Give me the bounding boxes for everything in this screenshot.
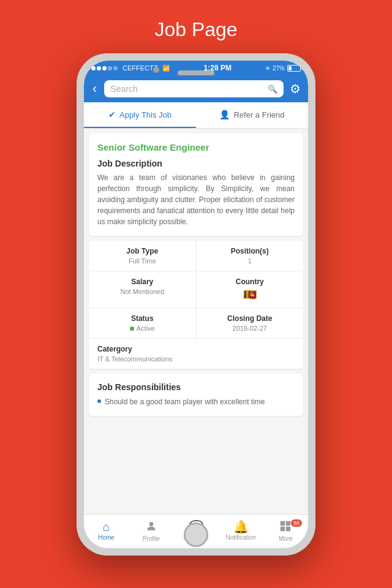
closing-date-label: Closing Date	[205, 314, 295, 323]
battery-body	[287, 65, 301, 72]
responsibilities-heading: Job Responsibilities	[97, 382, 295, 392]
country-flag: 🇱🇰	[243, 288, 257, 301]
status-text: Active	[137, 325, 155, 332]
status-label: Status	[97, 314, 187, 323]
svg-rect-2	[286, 521, 291, 526]
signal-dot-2	[97, 66, 101, 70]
bullet-dot	[97, 399, 101, 403]
nav-more[interactable]: More 88	[263, 518, 308, 543]
bluetooth-icon: ✳	[265, 65, 270, 72]
job-description-heading: Job Description	[97, 159, 295, 168]
positions-value: 1	[205, 257, 295, 265]
phone-home-button[interactable]	[184, 522, 208, 547]
content-area: Senior Software Engineer Job Description…	[84, 129, 308, 514]
notification-icon: 🔔	[233, 521, 249, 533]
settings-button[interactable]: ⚙	[288, 81, 302, 96]
signal-dot-1	[91, 66, 96, 70]
status-right: ✳ 27%	[265, 65, 301, 72]
positions-label: Position(s)	[205, 247, 295, 255]
category-value: IT & Telecommunications	[97, 355, 295, 363]
status-value: Active	[97, 325, 187, 332]
job-description-text: We are a team of visionaries who believe…	[97, 172, 295, 227]
phone-camera	[153, 67, 159, 73]
signal-dot-5	[113, 66, 118, 70]
tab-bar: ✔ Apply This Job 👤 Refer a Friend	[84, 102, 308, 129]
job-type-cell: Job Type Full Time	[89, 241, 197, 271]
salary-label: Salary	[97, 277, 187, 286]
details-row-3: Status Active Closing Date 2016-02-27	[89, 308, 303, 339]
apply-check-icon: ✔	[108, 110, 116, 119]
tab-refer-label: Refer a Friend	[233, 110, 284, 119]
carrier-name: CEFFECTZ	[123, 64, 157, 72]
svg-rect-1	[281, 521, 285, 526]
positions-cell: Position(s) 1	[197, 241, 304, 271]
more-icon	[279, 520, 292, 534]
nav-more-label: More	[279, 535, 293, 542]
country-cell: Country 🇱🇰	[197, 271, 304, 307]
phone-screen: CEFFECTZ 📶 1:28 PM ✳ 27% ‹ Search 🔍	[84, 61, 308, 548]
category-label: Catergory	[97, 345, 295, 353]
nav-home-label: Home	[98, 534, 115, 541]
back-button[interactable]: ‹	[90, 81, 99, 97]
search-input[interactable]: Search	[110, 84, 264, 94]
closing-date-value: 2016-02-27	[205, 325, 295, 332]
phone-frame: CEFFECTZ 📶 1:28 PM ✳ 27% ‹ Search 🔍	[77, 53, 315, 556]
more-badge: 88	[291, 519, 302, 527]
job-type-value: Full Time	[97, 257, 187, 265]
profile-icon	[145, 520, 157, 534]
signal-dot-4	[108, 66, 112, 70]
tab-apply-label: Apply This Job	[119, 110, 172, 119]
wifi-icon: 📶	[162, 65, 170, 72]
job-card: Senior Software Engineer Job Description…	[89, 134, 303, 236]
job-title: Senior Software Engineer	[97, 142, 295, 153]
signal-dot-3	[102, 66, 107, 70]
category-cell: Catergory IT & Telecommunications	[89, 339, 303, 369]
country-label: Country	[205, 277, 295, 286]
details-row-4: Catergory IT & Telecommunications	[89, 339, 303, 369]
svg-rect-3	[281, 526, 285, 531]
nav-notification[interactable]: 🔔 Notification	[219, 518, 263, 543]
salary-value: Not Mentioned	[97, 288, 187, 295]
job-type-label: Job Type	[97, 247, 187, 255]
home-icon: ⌂	[103, 521, 110, 533]
salary-cell: Salary Not Mentioned	[89, 271, 197, 307]
responsibility-item-1: Should be a good team player with excell…	[97, 397, 295, 407]
details-row-1: Job Type Full Time Position(s) 1	[89, 241, 303, 271]
battery-fill	[288, 66, 292, 70]
battery-icon	[287, 65, 301, 72]
search-icon: 🔍	[268, 85, 277, 94]
tab-refer-friend[interactable]: 👤 Refer a Friend	[196, 102, 308, 128]
nav-notification-label: Notification	[225, 534, 255, 541]
nav-home[interactable]: ⌂ Home	[84, 518, 129, 543]
responsibility-text-1: Should be a good team player with excell…	[105, 397, 265, 407]
nav-profile[interactable]: Profile	[129, 518, 173, 543]
search-bar: ‹ Search 🔍 ⚙	[84, 75, 308, 102]
svg-point-0	[149, 522, 153, 526]
refer-person-icon: 👤	[219, 110, 230, 119]
responsibilities-card: Job Responsibilities Should be a good te…	[89, 374, 303, 416]
country-value: 🇱🇰	[205, 288, 295, 301]
signal-strength	[91, 66, 118, 70]
page-title: Job Page	[0, 18, 392, 41]
details-row-2: Salary Not Mentioned Country 🇱🇰	[89, 271, 303, 308]
tab-apply-job[interactable]: ✔ Apply This Job	[84, 102, 196, 128]
nav-profile-label: Profile	[143, 535, 160, 542]
closing-date-cell: Closing Date 2016-02-27	[197, 308, 304, 338]
job-details-grid: Job Type Full Time Position(s) 1 Salary …	[89, 241, 303, 369]
battery-percent: 27%	[273, 65, 285, 72]
phone-speaker	[178, 70, 214, 75]
status-cell: Status Active	[89, 308, 197, 338]
search-input-wrapper[interactable]: Search 🔍	[104, 80, 284, 97]
svg-rect-4	[286, 526, 291, 531]
active-status-dot	[130, 326, 134, 331]
